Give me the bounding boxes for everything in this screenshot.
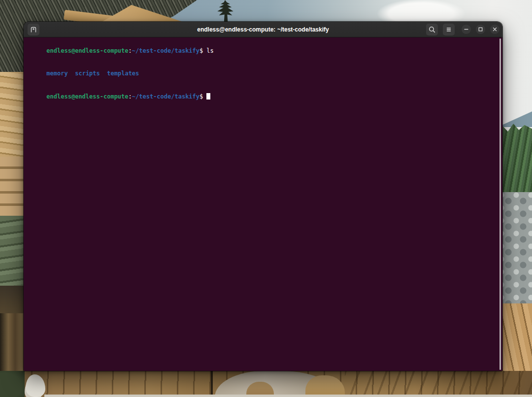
terminal-window: endless@endless-compute: ~/test-code/tas… (24, 22, 502, 371)
terminal-prompt-line: endless@endless-compute:~/test-code/task… (25, 39, 498, 63)
close-button[interactable] (490, 25, 499, 34)
window-title: endless@endless-compute: ~/test-code/tas… (197, 22, 329, 37)
directory-entry: memory (46, 70, 67, 77)
prompt-separator: : (129, 47, 132, 54)
wallpaper-floor-edge (44, 395, 532, 397)
directory-entry: templates (107, 70, 139, 77)
new-tab-button[interactable] (28, 24, 39, 35)
typed-command: ls (206, 47, 213, 54)
close-icon (492, 26, 498, 33)
wallpaper-foliage (0, 371, 25, 397)
maximize-button[interactable] (476, 25, 485, 34)
prompt-user-host: endless@endless-compute (46, 47, 128, 54)
search-button[interactable] (426, 24, 438, 35)
wallpaper-plank-floor-tilted (345, 371, 532, 397)
wallpaper-rock-slope (498, 192, 532, 305)
menu-button[interactable] (443, 24, 455, 35)
search-icon (428, 26, 436, 33)
wallpaper-pole (211, 371, 213, 397)
wallpaper-forest (498, 122, 532, 194)
directory-entry: scripts (75, 70, 100, 77)
wallpaper-wood-sled (498, 303, 532, 372)
prompt-symbol: $ (200, 47, 203, 54)
terminal-prompt-line: endless@endless-compute:~/test-code/task… (25, 85, 498, 108)
minimize-button[interactable] (462, 25, 471, 34)
terminal-cursor (206, 93, 210, 99)
prompt-path: ~/test-code/taskify (132, 93, 200, 100)
terminal-screen[interactable]: endless@endless-compute:~/test-code/task… (24, 37, 502, 371)
hamburger-menu-icon (445, 26, 453, 33)
titlebar[interactable]: endless@endless-compute: ~/test-code/tas… (24, 22, 502, 37)
minimize-icon (463, 26, 469, 33)
new-tab-icon (30, 26, 37, 33)
terminal-scrollbar[interactable] (499, 38, 502, 370)
titlebar-controls (426, 24, 499, 35)
prompt-user-host: endless@endless-compute (46, 93, 128, 100)
scrollbar-thumb[interactable] (499, 38, 501, 370)
prompt-separator: : (129, 93, 132, 100)
prompt-path: ~/test-code/taskify (132, 47, 200, 54)
terminal-output-line: memoryscriptstemplates (25, 63, 498, 86)
maximize-icon (477, 26, 484, 33)
prompt-symbol: $ (200, 93, 203, 100)
